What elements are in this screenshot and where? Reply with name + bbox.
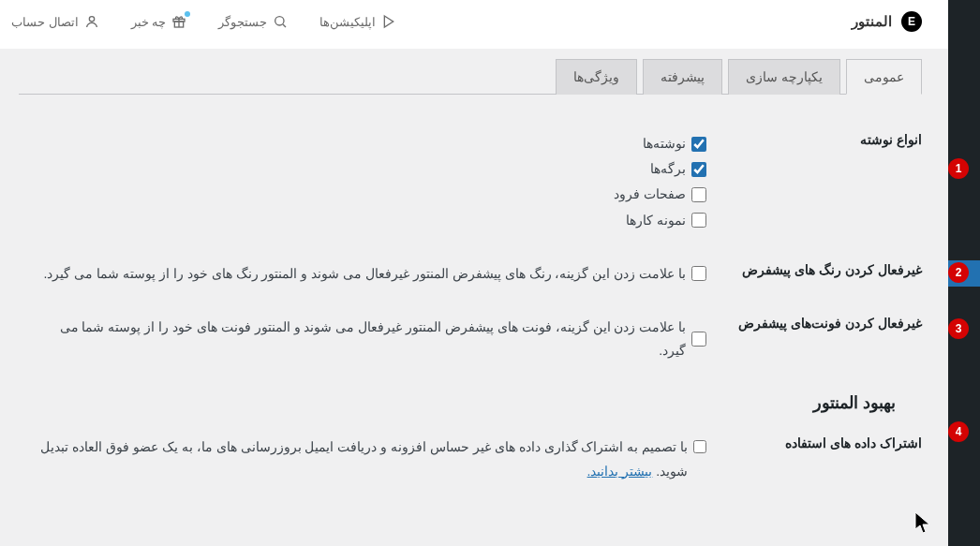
label-post-types: انواع نوشته <box>706 132 922 147</box>
elementor-logo-icon: E <box>901 11 922 32</box>
brand-name: المنتور <box>852 13 892 30</box>
menu-apps-label: اپلیکیشن‌ها <box>319 15 376 29</box>
top-bar: E المنتور اپلیکیشن‌ها جستجوگر <box>0 0 948 49</box>
tab-bar: عمومی یکپارچه سازی پیشرفته ویژگی‌ها <box>19 58 922 95</box>
row-usage: اشتراک داده های استفاده با تصمیم به اشتر… <box>37 435 922 484</box>
svg-marker-0 <box>385 16 393 27</box>
checkbox-disable-colors[interactable] <box>691 266 706 281</box>
svg-line-2 <box>283 24 286 27</box>
notification-dot <box>185 11 190 17</box>
menu-finder[interactable]: جستجوگر <box>218 14 288 29</box>
link-learn-more[interactable]: بیشتر بدانید. <box>587 464 653 479</box>
settings-form: انواع نوشته نوشته‌ها برگه‌ها صفحات فرود … <box>0 95 948 532</box>
search-icon <box>273 14 288 29</box>
svg-point-6 <box>89 17 94 22</box>
menu-apps[interactable]: اپلیکیشن‌ها <box>319 14 396 29</box>
checkbox-portfolio[interactable] <box>691 213 706 228</box>
option-landing: صفحات فرود <box>614 183 686 206</box>
annotation-badge-2: 2 <box>948 262 969 283</box>
menu-connect-label: اتصال حساب <box>11 15 79 29</box>
label-disable-fonts: غیرفعال کردن فونت‌های پیشفرض <box>706 316 922 331</box>
option-portfolio: نمونه کارها <box>626 209 686 232</box>
label-usage: اشتراک داده های استفاده <box>706 435 922 450</box>
submit-row: ذخیرهٔ تغییرات <box>0 532 948 546</box>
desc-disable-colors: با علامت زدن این گزینه، رنگ های پیشفرض ا… <box>44 262 686 286</box>
svg-point-1 <box>275 17 284 25</box>
label-disable-colors: غیرفعال کردن رنگ های پیشفرض <box>706 262 922 277</box>
annotation-badge-1: 1 <box>948 158 969 179</box>
option-posts: نوشته‌ها <box>643 132 686 155</box>
row-disable-colors: غیرفعال کردن رنگ های پیشفرض با علامت زدن… <box>37 262 922 288</box>
checkbox-landing[interactable] <box>691 187 706 202</box>
option-pages: برگه‌ها <box>650 157 686 181</box>
checkbox-disable-fonts[interactable] <box>691 332 706 347</box>
menu-finder-label: جستجوگر <box>218 15 267 29</box>
mouse-cursor <box>914 511 933 536</box>
checkbox-posts[interactable] <box>691 137 706 152</box>
row-post-types: انواع نوشته نوشته‌ها برگه‌ها صفحات فرود … <box>37 132 922 234</box>
play-icon <box>381 14 396 29</box>
gift-icon <box>171 14 186 29</box>
checkbox-usage[interactable] <box>693 439 706 454</box>
annotation-badge-3: 3 <box>948 318 969 339</box>
menu-whatsnew-label: چه خبر <box>131 15 167 29</box>
tab-features[interactable]: ویژگی‌ها <box>556 59 637 95</box>
row-disable-fonts: غیرفعال کردن فونت‌های پیشفرض با علامت زد… <box>37 316 922 364</box>
tab-general[interactable]: عمومی <box>846 59 922 95</box>
menu-connect[interactable]: اتصال حساب <box>11 14 99 29</box>
desc-disable-fonts: با علامت زدن این گزینه، فونت های پیشفرض … <box>37 316 686 362</box>
section-improve-title: بهبود المنتور <box>37 392 896 413</box>
checkbox-pages[interactable] <box>691 162 706 177</box>
annotation-badge-4: 4 <box>948 421 969 442</box>
user-icon <box>84 14 99 29</box>
top-menu: اپلیکیشن‌ها جستجوگر چه خبر <box>11 14 396 29</box>
menu-whatsnew[interactable]: چه خبر <box>131 14 187 29</box>
tab-integrations[interactable]: یکپارچه سازی <box>728 59 840 95</box>
brand: E المنتور <box>852 11 922 32</box>
tab-advanced[interactable]: پیشرفته <box>643 59 722 95</box>
